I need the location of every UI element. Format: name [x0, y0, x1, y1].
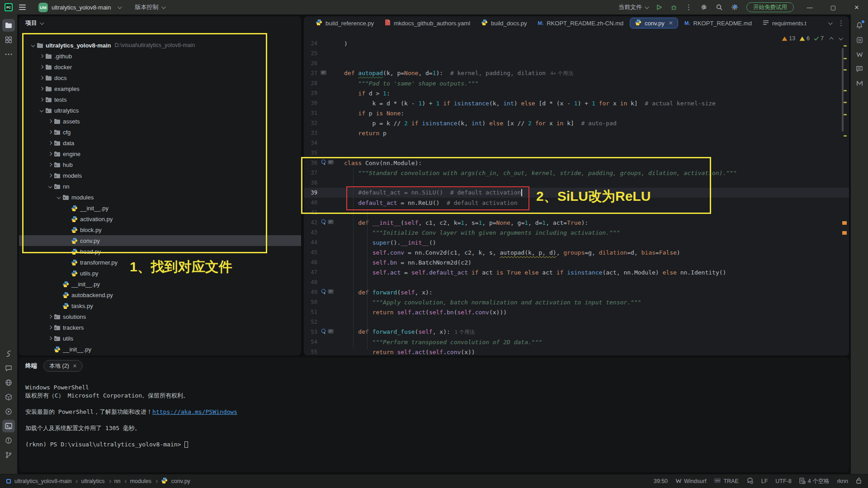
code-line-42[interactable]: 42 def __init__(self, c1, c2, k=1, s=1, …	[304, 218, 849, 227]
web-icon[interactable]	[2, 376, 15, 389]
settings-gear-icon[interactable]	[731, 4, 738, 11]
code-line-47[interactable]: 47 self.act = self.default_act if act is…	[304, 267, 849, 277]
tab-build_docs.py[interactable]: build_docs.py	[476, 18, 532, 28]
tree-item-__init__.py[interactable]: __init__.py	[19, 279, 301, 289]
more-tools-icon[interactable]	[2, 48, 15, 61]
breadcrumb-item[interactable]: ultralytics	[81, 478, 104, 484]
close-icon[interactable]: ✕	[669, 20, 673, 26]
ai-assistant-icon[interactable]	[700, 4, 708, 11]
code-line-33[interactable]: 33 return p	[304, 128, 849, 138]
comment-gutter-icon[interactable]	[328, 328, 334, 336]
code-line-29[interactable]: 29 if d > 1:	[304, 88, 849, 98]
code-line-46[interactable]: 46 self.bn = nn.BatchNorm2d(c2)	[304, 257, 849, 267]
usage-gutter-icon[interactable]	[321, 288, 326, 296]
chevron-right-icon[interactable]	[46, 315, 54, 318]
status-plugin[interactable]: 0	[746, 477, 754, 486]
project-panel-header[interactable]: 项目	[19, 16, 301, 30]
ai-chat-icon[interactable]	[853, 62, 866, 75]
status-windsurf[interactable]: Windsurf	[675, 478, 706, 485]
tab-RKOPT_README.md[interactable]: M↓RKOPT_README.md	[680, 18, 756, 28]
status-caret-position[interactable]: 39:50	[654, 478, 668, 484]
comment-gutter-icon[interactable]	[321, 69, 326, 77]
code-line-31[interactable]: 31 if p is None:	[304, 108, 849, 118]
notifications-chat-icon[interactable]	[2, 362, 15, 374]
project-icon[interactable]	[2, 19, 15, 32]
maven-icon[interactable]	[853, 77, 866, 90]
tree-item-tasks.py[interactable]: tasks.py	[19, 300, 301, 311]
tab-RKOPT_README.zh-CN.md[interactable]: M↓RKOPT_README.zh-CN.md	[533, 18, 628, 28]
status-interpreter[interactable]: rknn	[837, 478, 848, 484]
code-line-53[interactable]: 53 def forward_fuse(self, x):1 个用法	[304, 327, 849, 337]
dependencies-icon[interactable]	[2, 391, 15, 403]
minimize-button[interactable]: —	[802, 0, 817, 14]
tab-more-icon[interactable]: ⋮	[838, 19, 844, 27]
inspection-warn-orange[interactable]: 13	[782, 35, 795, 42]
code-line-49[interactable]: 49 def forward(self, x):	[304, 287, 849, 297]
code-line-35[interactable]: 35	[304, 148, 849, 158]
services-icon[interactable]	[2, 405, 15, 418]
code-line-26[interactable]: 26	[304, 58, 849, 68]
tree-item-autobackend.py[interactable]: autobackend.py	[19, 289, 301, 300]
more-actions-icon[interactable]: ⋮	[685, 3, 692, 11]
inspection-warn-yellow[interactable]: 6	[799, 35, 810, 42]
breadcrumb-item[interactable]: conv.py	[171, 478, 190, 484]
debug-button[interactable]	[670, 4, 677, 11]
usage-gutter-icon[interactable]	[321, 218, 326, 227]
search-icon[interactable]	[716, 4, 723, 11]
breadcrumb-item[interactable]: modules	[130, 478, 151, 484]
windsurf-icon[interactable]	[853, 48, 866, 61]
code-line-28[interactable]: 28 """Pad to 'same' shape outputs."""	[304, 78, 849, 88]
chevron-right-icon[interactable]	[46, 337, 54, 340]
structure-icon[interactable]	[2, 33, 15, 46]
run-button[interactable]	[656, 4, 662, 10]
status-line-ending[interactable]: LF	[761, 478, 768, 484]
project-widget[interactable]: UM ultralytics_yolov8-main	[38, 3, 121, 12]
tab-build_reference.py[interactable]: build_reference.py	[311, 18, 378, 28]
maximize-button[interactable]: ▢	[826, 0, 841, 14]
code-line-43[interactable]: 43 """Initialize Conv layer with given a…	[304, 227, 849, 237]
code-line-25[interactable]: 25	[304, 48, 849, 58]
comment-gutter-icon[interactable]	[328, 288, 334, 296]
tab-mkdocs_github_authors.yaml[interactable]: mkdocs_github_authors.yaml	[380, 18, 475, 28]
run-config-selector[interactable]: 当前文件	[618, 3, 648, 11]
main-menu-icon[interactable]	[19, 3, 26, 11]
close-icon[interactable]: ✕	[73, 363, 77, 369]
code-line-48[interactable]: 48	[304, 277, 849, 287]
code-line-32[interactable]: 32 p = k // 2 if isinstance(k, int) else…	[304, 118, 849, 128]
code-line-24[interactable]: 24)	[304, 38, 849, 48]
terminal-link[interactable]: https://aka.ms/PSWindows	[152, 408, 237, 415]
version-control-icon[interactable]	[2, 449, 15, 461]
code-line-51[interactable]: 51 return self.act(self.bn(self.conv(x))…	[304, 307, 849, 317]
plugin-a-icon[interactable]	[853, 33, 866, 46]
chevron-down-icon[interactable]	[838, 35, 842, 42]
problems-icon[interactable]	[2, 434, 15, 447]
chevron-up-icon[interactable]	[828, 35, 834, 42]
status-indent[interactable]: 4 个空格	[799, 478, 830, 485]
code-line-30[interactable]: 30 k = d * (k - 1) + 1 if isinstance(k, …	[304, 98, 849, 108]
tab-requirments.t[interactable]: requirments.t	[758, 18, 811, 28]
terminal-output[interactable]: Windows PowerShell版权所有（C） Microsoft Corp…	[25, 384, 237, 449]
notifications-icon[interactable]	[853, 19, 866, 32]
terminal-tab[interactable]: 本地 (2) ✕	[43, 360, 83, 372]
tree-item-utils[interactable]: utils	[19, 333, 301, 344]
code-line-34[interactable]: 34	[304, 138, 849, 148]
status-lock[interactable]	[856, 477, 862, 485]
python-packages-icon[interactable]	[2, 347, 15, 360]
breadcrumb[interactable]: ultralytics_yolov8-mainultralyticsnnmodu…	[0, 477, 190, 485]
tree-item-trackers[interactable]: trackers	[19, 322, 301, 333]
close-button[interactable]: ✕	[849, 0, 864, 14]
free-trial-button[interactable]: 开始免费试用	[746, 2, 794, 12]
breadcrumb-item[interactable]: nn	[114, 478, 121, 484]
status-encoding[interactable]: UTF-8	[775, 478, 791, 484]
status-trae[interactable]: TRAE	[714, 478, 738, 485]
inspection-ok[interactable]: 7	[814, 35, 824, 42]
code-line-55[interactable]: 55 return self.act(self.conv(x))	[304, 347, 849, 355]
code-line-27[interactable]: 27def autopad(k, p=None, d=1): # kernel,…	[304, 68, 849, 78]
code-line-44[interactable]: 44 super().__init__()	[304, 237, 849, 247]
code-line-45[interactable]: 45 self.conv = nn.Conv2d(c1, c2, k, s, a…	[304, 247, 849, 257]
tree-item-__init__.py[interactable]: __init__.py	[19, 344, 301, 355]
comment-gutter-icon[interactable]	[328, 218, 334, 227]
terminal-icon[interactable]	[2, 420, 15, 432]
code-line-52[interactable]: 52	[304, 317, 849, 327]
inspections-widget[interactable]: 1367	[782, 35, 842, 42]
